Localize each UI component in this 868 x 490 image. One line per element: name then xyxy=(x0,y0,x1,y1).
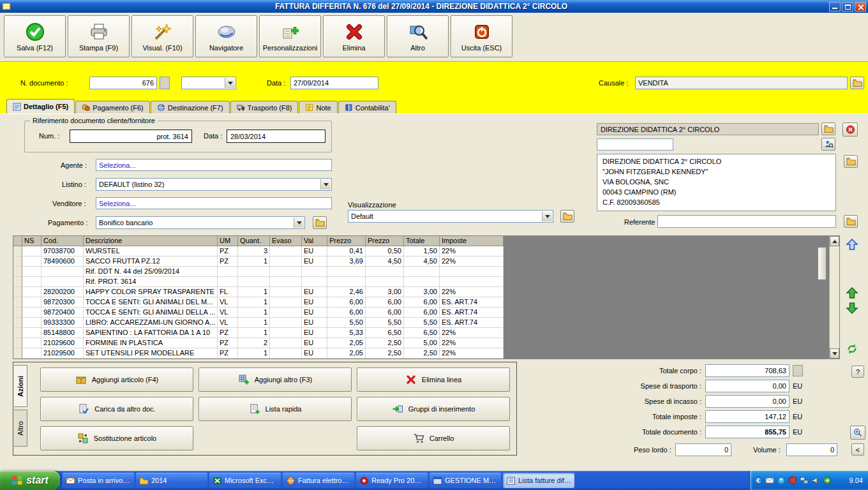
stampa-button[interactable]: Stampa (F9) xyxy=(68,15,130,57)
grid-column-header[interactable]: Val xyxy=(302,236,327,246)
row-first-button[interactable] xyxy=(844,237,860,252)
collapse-totals-button[interactable]: < xyxy=(851,443,864,456)
navigatore-button[interactable]: Navigatore xyxy=(195,15,257,57)
lista-rapida-button[interactable]: Lista rapida xyxy=(198,397,352,421)
chevron-down-icon[interactable] xyxy=(542,211,552,221)
taskbar-item-2014[interactable]: 2014 xyxy=(136,473,207,488)
table-row[interactable]: 98720300TOCCA E SENTI: GLI ANIMALI DEL M… xyxy=(13,297,504,308)
carrello-button[interactable]: Carrello xyxy=(357,426,510,450)
table-row[interactable]: 21029500SET UTENSILI PER MODELLAREPZ1EU2… xyxy=(13,348,504,359)
table-row[interactable]: 99333300LIBRO: ACCAREZZAMI-UN GIORNO A..… xyxy=(13,318,504,328)
riferimento-data-field[interactable]: 28/03/2014 xyxy=(227,130,326,143)
volume-field[interactable]: 0 xyxy=(786,443,837,456)
listino-combobox[interactable]: DEFAULT (listino 32) xyxy=(96,178,332,191)
customer-remove-button[interactable] xyxy=(842,122,858,137)
referente-open-button[interactable] xyxy=(844,215,858,228)
carica-da-altro-doc-button[interactable]: Carica da altro doc. xyxy=(40,397,193,421)
table-row[interactable]: Rif. DDT N. 44 del 25/09/2014 xyxy=(13,267,504,277)
tray-volume-icon[interactable] xyxy=(811,476,820,485)
totale-imposte-field[interactable]: 147,12 xyxy=(705,410,789,423)
taskbar-item-excel[interactable]: Microsoft Excel - Pr... xyxy=(209,473,281,488)
grid-column-header[interactable]: Quant. xyxy=(238,236,270,246)
chevron-down-icon[interactable] xyxy=(294,218,304,228)
visualizza-button[interactable]: Visual. (F10) xyxy=(131,15,193,57)
refresh-rows-button[interactable] xyxy=(844,341,860,357)
tray-mail-icon[interactable] xyxy=(765,476,774,485)
tray-security-icon[interactable] xyxy=(788,476,797,485)
visualizzazione-open-button[interactable] xyxy=(560,210,574,223)
taskbar-item-gestione[interactable]: GESTIONE MESSA... xyxy=(430,473,501,488)
taskbar-item-lista-fatture[interactable]: Lista fatture differite xyxy=(503,473,574,488)
address-open-button[interactable] xyxy=(844,155,858,168)
chevron-down-icon[interactable] xyxy=(320,179,331,189)
referente-field[interactable] xyxy=(657,215,836,228)
grid-column-header[interactable]: Prezzo xyxy=(366,236,404,246)
tab-note[interactable]: Note xyxy=(299,101,337,114)
sostituzione-articolo-button[interactable]: Sostituzione articolo xyxy=(40,426,193,450)
data-documento-field[interactable]: 27/09/2014 xyxy=(290,77,378,89)
table-row[interactable]: Rif. PROT. 3614 xyxy=(13,277,504,287)
tray-network-icon[interactable] xyxy=(800,476,809,485)
grid-column-header[interactable]: UM xyxy=(218,236,238,246)
tray-sync-icon[interactable] xyxy=(823,476,832,485)
salva-button[interactable]: Salva (F12) xyxy=(4,15,66,57)
spese-incasso-field[interactable]: 0,00 xyxy=(705,395,789,408)
totale-documento-field[interactable]: 855,75 xyxy=(705,426,789,438)
hide-icons-button[interactable] xyxy=(754,476,763,485)
causale-lookup-button[interactable] xyxy=(850,77,864,89)
taskbar-item-posta[interactable]: Posta in arrivo - Mi... xyxy=(63,473,134,488)
grid-column-header[interactable]: Prezzo xyxy=(327,236,366,246)
tab-azioni[interactable]: Azioni xyxy=(14,365,27,407)
grid-column-header[interactable]: Cod. xyxy=(41,236,84,246)
uscita-button[interactable]: Uscita (ESC) xyxy=(451,15,513,57)
customer-open-button[interactable] xyxy=(821,122,835,135)
table-row[interactable]: 98720400TOCCA E SENTI: GLI ANIMALI DELLA… xyxy=(13,308,504,318)
table-row[interactable]: 85148800SAPIENTINO : LA FATTORIA DA 1 A … xyxy=(13,328,504,338)
table-row[interactable]: 97038700WURSTELPZ3EU0,410,501,5022% xyxy=(13,246,504,256)
scroll-down-arrow[interactable] xyxy=(830,348,839,359)
tab-trasporto[interactable]: Trasporto (F8) xyxy=(230,101,299,114)
tab-destinazione[interactable]: Destinazione (F7) xyxy=(151,101,230,114)
close-button[interactable] xyxy=(855,2,866,11)
minimize-button[interactable] xyxy=(829,2,841,11)
gruppi-inserimento-button[interactable]: Gruppi di inserimento xyxy=(357,397,510,421)
grid-column-header[interactable]: NS xyxy=(22,236,41,246)
grid-column-header[interactable] xyxy=(13,236,22,246)
table-row[interactable]: 78490600SACCO FRUTTA PZ.12PZ1EU3,694,504… xyxy=(13,256,504,267)
n-documento-field[interactable]: 676 xyxy=(89,77,157,89)
aggiungi-articolo-button[interactable]: Aggiungi articolo (F4) xyxy=(40,368,193,392)
chevron-down-icon[interactable] xyxy=(225,78,235,88)
taskbar-item-fattura-elettronica[interactable]: Fattura elettronica... xyxy=(283,473,354,488)
tab-pagamento[interactable]: Pagamento (F6) xyxy=(75,101,149,114)
grid-column-header[interactable]: Imposte xyxy=(440,236,504,246)
start-button[interactable]: start xyxy=(0,471,60,490)
grid-column-header[interactable]: Descrizione xyxy=(84,236,218,246)
tab-dettaglio[interactable]: Dettaglio (F5) xyxy=(6,99,75,114)
personalizzazioni-button[interactable]: Personalizzazioni xyxy=(259,15,321,57)
zoom-total-button[interactable] xyxy=(850,426,865,440)
elimina-linea-button[interactable]: Elimina linea xyxy=(357,368,510,392)
grid-column-header[interactable]: Evaso xyxy=(270,236,302,246)
table-row[interactable]: 28200200HAPPY COLOR SPRAY TRASPARENTE ..… xyxy=(13,287,504,297)
totale-corpo-field[interactable]: 708,63 xyxy=(705,364,789,377)
row-down-button[interactable] xyxy=(844,301,860,316)
altro-button[interactable]: Altro xyxy=(387,15,449,57)
riferimento-num-field[interactable]: prot. 3614 xyxy=(70,130,192,143)
tab-altro[interactable]: Altro xyxy=(14,410,27,447)
peso-lordo-field[interactable]: 0 xyxy=(675,443,731,456)
row-up-button[interactable] xyxy=(844,285,860,301)
scroll-up-arrow[interactable] xyxy=(830,236,839,246)
help-button[interactable]: ? xyxy=(851,366,864,378)
tab-contabilita[interactable]: Contabilita' xyxy=(338,101,396,114)
agente-field[interactable]: Seleziona... xyxy=(96,159,332,171)
serie-combobox[interactable] xyxy=(181,77,236,89)
causale-field[interactable]: VENDITA xyxy=(635,77,848,89)
customer-search-button[interactable] xyxy=(821,138,835,151)
visualizzazione-combobox[interactable]: Default xyxy=(348,210,553,223)
customer-name-field[interactable]: DIREZIONE DIDATTICA 2° CIRCOLO xyxy=(597,123,819,135)
taskbar-item-readypro[interactable]: Ready Pro 2014 - ... xyxy=(356,473,428,488)
aggiungi-altro-button[interactable]: Aggiungi altro (F3) xyxy=(198,368,352,392)
tray-messenger-icon[interactable] xyxy=(777,476,786,485)
maximize-button[interactable] xyxy=(842,2,853,11)
grid-column-header[interactable]: Totale xyxy=(404,236,440,246)
